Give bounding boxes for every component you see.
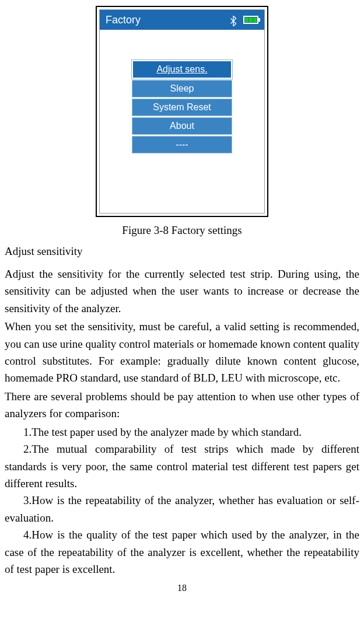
page-number: 18 [5, 580, 359, 596]
menu-item-label: About [170, 118, 194, 134]
menu-item-label: System Reset [153, 100, 211, 115]
bluetooth-icon [229, 15, 237, 25]
menu-list: Adjust sens. Sleep System Reset About --… [100, 30, 264, 213]
paragraph: When you set the sensitivity, must be ca… [5, 318, 359, 387]
menu-item-system-reset[interactable]: System Reset [132, 99, 232, 116]
device-frame: Factory Adjust sens. Sleep Sys [96, 6, 268, 217]
menu-item-blank[interactable]: ---- [132, 136, 232, 153]
list-item: 4.How is the quality of the test paper w… [5, 526, 359, 578]
figure-caption: Figure 3-8 Factory settings [5, 222, 359, 239]
section-title: Adjust sensitivity [5, 243, 359, 260]
menu-item-label: Sleep [170, 81, 194, 96]
menu-item-adjust-sens[interactable]: Adjust sens. [132, 60, 232, 79]
paragraph: Adjust the sensitivity for the currently… [5, 265, 359, 317]
status-bar: Factory [100, 10, 264, 30]
list-item: 3.How is the repeatability of the analyz… [5, 492, 359, 526]
menu-item-label: Adjust sens. [156, 62, 207, 77]
battery-icon [243, 16, 258, 24]
menu-item-label: ---- [176, 137, 188, 152]
screen-title: Factory [106, 12, 141, 29]
menu-item-sleep[interactable]: Sleep [132, 80, 232, 97]
menu-item-about[interactable]: About [132, 117, 232, 135]
device-screen: Factory Adjust sens. Sleep Sys [99, 9, 265, 214]
list-item: 1.The test paper used by the analyzer ma… [5, 424, 359, 440]
paragraph: There are several problems should be pay… [5, 388, 359, 422]
list-item: 2.The mutual comparability of test strip… [5, 440, 359, 492]
